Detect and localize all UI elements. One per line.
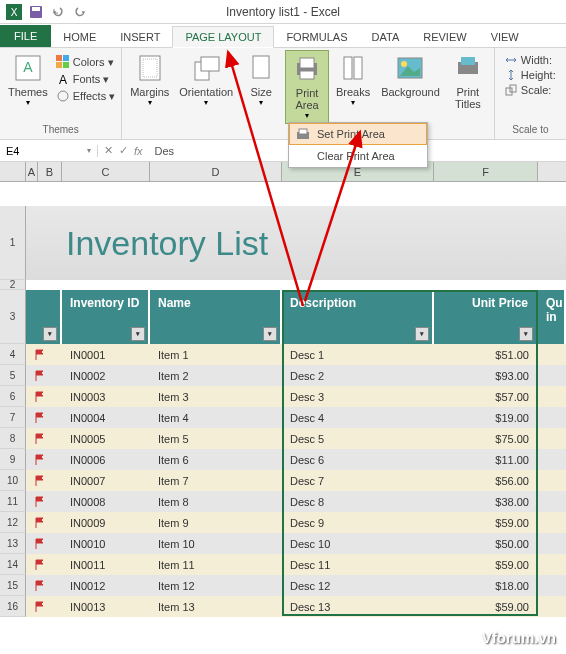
table-row[interactable]: IN0013Item 13Desc 13$59.00: [26, 596, 566, 617]
filter-icon[interactable]: ▾: [131, 327, 145, 341]
select-all-corner[interactable]: [0, 162, 26, 181]
row-1[interactable]: 1: [0, 206, 26, 280]
fonts-button[interactable]: AFonts ▾: [54, 71, 117, 87]
tab-home[interactable]: HOME: [51, 27, 108, 47]
row-6[interactable]: 6: [0, 386, 26, 407]
table-row[interactable]: IN0005Item 5Desc 5$75.00: [26, 428, 566, 449]
col-b[interactable]: B: [38, 162, 62, 181]
inventory-id-cell: IN0011: [62, 554, 150, 575]
colors-button[interactable]: Colors ▾: [54, 54, 117, 70]
filter-icon[interactable]: ▾: [415, 327, 429, 341]
clear-print-area-item[interactable]: Clear Print Area: [289, 145, 427, 167]
tab-insert[interactable]: INSERT: [108, 27, 172, 47]
svg-rect-19: [300, 71, 314, 79]
filter-icon[interactable]: ▾: [263, 327, 277, 341]
table-row[interactable]: IN0010Item 10Desc 10$50.00: [26, 533, 566, 554]
tab-review[interactable]: REVIEW: [411, 27, 478, 47]
flag-icon: [34, 391, 46, 403]
themes-button[interactable]: A Themes ▾: [4, 50, 52, 124]
row-12[interactable]: 12: [0, 512, 26, 533]
name-cell: Item 12: [150, 575, 282, 596]
table-row[interactable]: IN0003Item 3Desc 3$57.00: [26, 386, 566, 407]
table-row[interactable]: IN0002Item 2Desc 2$93.00: [26, 365, 566, 386]
flag-cell: [26, 449, 62, 470]
table-row[interactable]: IN0012Item 12Desc 12$18.00: [26, 575, 566, 596]
tab-file[interactable]: FILE: [0, 25, 51, 47]
flag-cell: [26, 533, 62, 554]
row-5[interactable]: 5: [0, 365, 26, 386]
table-row[interactable]: IN0008Item 8Desc 8$38.00: [26, 491, 566, 512]
table-row[interactable]: IN0009Item 9Desc 9$59.00: [26, 512, 566, 533]
scale-height[interactable]: Height:: [505, 69, 556, 81]
col-f[interactable]: F: [434, 162, 538, 181]
row-8[interactable]: 8: [0, 428, 26, 449]
redo-icon[interactable]: [70, 2, 90, 22]
row-15[interactable]: 15: [0, 575, 26, 596]
cancel-icon[interactable]: ✕: [104, 144, 113, 157]
tab-page-layout[interactable]: PAGE LAYOUT: [172, 26, 274, 48]
save-icon[interactable]: [26, 2, 46, 22]
enter-icon[interactable]: ✓: [119, 144, 128, 157]
undo-icon[interactable]: [48, 2, 68, 22]
th-flag[interactable]: ▾: [26, 290, 62, 344]
th-quantity[interactable]: Qu in: [538, 290, 566, 344]
row-10[interactable]: 10: [0, 470, 26, 491]
name-cell: Item 9: [150, 512, 282, 533]
th-unit-price[interactable]: Unit Price▾: [434, 290, 538, 344]
col-c[interactable]: C: [62, 162, 150, 181]
row-9[interactable]: 9: [0, 449, 26, 470]
margins-button[interactable]: Margins▾: [126, 50, 173, 124]
row-11[interactable]: 11: [0, 491, 26, 512]
tab-data[interactable]: DATA: [360, 27, 412, 47]
row-14[interactable]: 14: [0, 554, 26, 575]
row-16[interactable]: 16: [0, 596, 26, 617]
name-cell: Item 8: [150, 491, 282, 512]
row-7[interactable]: 7: [0, 407, 26, 428]
background-button[interactable]: Background: [377, 50, 444, 124]
row-4[interactable]: 4: [0, 344, 26, 365]
col-d[interactable]: D: [150, 162, 282, 181]
tab-formulas[interactable]: FORMULAS: [274, 27, 359, 47]
col-a[interactable]: A: [26, 162, 38, 181]
scale-width[interactable]: Width:: [505, 54, 556, 66]
quick-access-toolbar: X Inventory list1 - Excel: [0, 0, 566, 24]
row-13[interactable]: 13: [0, 533, 26, 554]
orientation-button[interactable]: Orientation▾: [175, 50, 237, 124]
print-titles-button[interactable]: Print Titles: [446, 50, 490, 124]
size-button[interactable]: Size▾: [239, 50, 283, 124]
svg-rect-6: [56, 55, 62, 61]
filter-icon[interactable]: ▾: [43, 327, 57, 341]
table-row[interactable]: IN0011Item 11Desc 11$59.00: [26, 554, 566, 575]
qty-cell: [538, 533, 566, 554]
name-cell: Item 1: [150, 344, 282, 365]
effects-button[interactable]: Effects ▾: [54, 88, 117, 104]
price-cell: $59.00: [434, 554, 538, 575]
table-row[interactable]: IN0001Item 1Desc 1$51.00: [26, 344, 566, 365]
th-description[interactable]: Description▾: [282, 290, 434, 344]
qty-cell: [538, 428, 566, 449]
th-inventory-id[interactable]: Inventory ID▾: [62, 290, 150, 344]
svg-rect-9: [63, 62, 69, 68]
column-headers: A B C D E F: [0, 162, 566, 182]
svg-rect-7: [63, 55, 69, 61]
fx-controls: ✕ ✓ fx: [98, 144, 149, 157]
row-3[interactable]: 3: [0, 290, 26, 344]
table-row[interactable]: IN0006Item 6Desc 6$11.00: [26, 449, 566, 470]
scale-scale[interactable]: Scale:: [505, 84, 556, 96]
breaks-button[interactable]: Breaks▾: [331, 50, 375, 124]
row-2[interactable]: 2: [0, 280, 26, 290]
size-icon: [245, 52, 277, 84]
name-box[interactable]: E4▾: [0, 145, 98, 157]
table-row[interactable]: IN0007Item 7Desc 7$56.00: [26, 470, 566, 491]
tab-view[interactable]: VIEW: [479, 27, 531, 47]
filter-icon[interactable]: ▾: [519, 327, 533, 341]
print-area-button[interactable]: Print Area▾: [285, 50, 329, 124]
table-row[interactable]: IN0004Item 4Desc 4$19.00: [26, 407, 566, 428]
description-cell: Desc 5: [282, 428, 434, 449]
fx-icon[interactable]: fx: [134, 145, 143, 157]
qty-cell: [538, 575, 566, 596]
set-print-area-item[interactable]: Set Print Area: [289, 123, 427, 145]
th-name[interactable]: Name▾: [150, 290, 282, 344]
flag-cell: [26, 344, 62, 365]
flag-cell: [26, 386, 62, 407]
